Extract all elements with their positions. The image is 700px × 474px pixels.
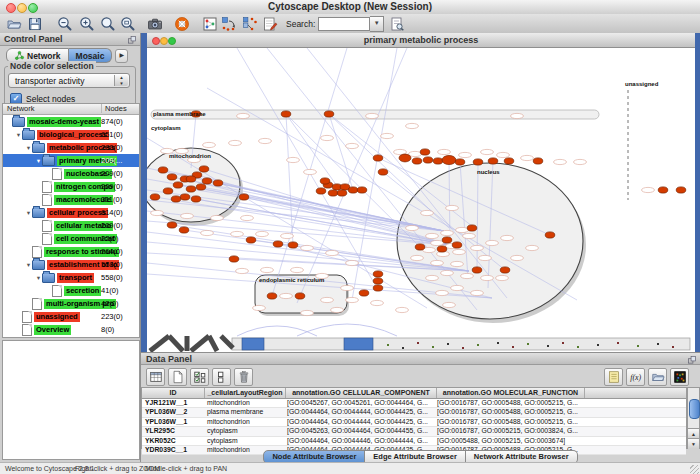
graph-node[interactable] <box>337 190 347 196</box>
graph-node[interactable] <box>423 157 433 163</box>
graph-node[interactable] <box>186 186 196 192</box>
graph-node[interactable] <box>167 222 177 228</box>
tree-row[interactable]: ▼establishment of lo558(0) <box>3 258 139 271</box>
graph-node[interactable] <box>373 278 383 284</box>
graph-node[interactable] <box>229 256 239 262</box>
node-color-dropdown[interactable]: transporter activity ▲▼ <box>8 73 130 88</box>
frame-zoom-icon[interactable] <box>168 37 176 45</box>
graph-node[interactable] <box>373 271 383 277</box>
tree-row[interactable]: cellular metabo209(0) <box>3 219 139 232</box>
unselect-attributes-icon[interactable] <box>212 368 231 386</box>
annotation-icon[interactable] <box>262 16 278 32</box>
graph-node[interactable] <box>202 178 212 184</box>
graph-node[interactable] <box>533 158 543 164</box>
graph-node[interactable] <box>488 158 498 164</box>
table-row[interactable]: YLR295Ccytoplasm[GO:0045263, GO:0044464,… <box>142 427 686 436</box>
search-input[interactable] <box>318 17 370 31</box>
graph-node[interactable] <box>199 166 209 172</box>
tree-row[interactable]: multi-organism pro42(0) <box>3 297 139 310</box>
graph-node[interactable] <box>676 187 686 193</box>
zoom-in-icon[interactable] <box>79 16 95 32</box>
tree-row[interactable]: Overview8(0) <box>3 323 139 336</box>
zoom-out-icon[interactable] <box>57 16 73 32</box>
graph-node[interactable] <box>415 244 425 250</box>
attribute-matrix-icon[interactable] <box>670 368 689 386</box>
scroll-down-icon[interactable]: ▼ <box>688 438 699 449</box>
attribute-function-icon[interactable]: f(x) <box>626 368 645 386</box>
graph-node[interactable] <box>442 237 452 243</box>
graph-node[interactable] <box>658 187 668 193</box>
minimize-window-icon[interactable] <box>17 3 27 13</box>
graph-node[interactable] <box>328 190 338 196</box>
graph-node[interactable] <box>420 149 430 155</box>
overview-icon[interactable] <box>202 16 218 32</box>
graph-node[interactable] <box>504 158 514 164</box>
attribute-notes-icon[interactable] <box>604 368 623 386</box>
graph-node[interactable] <box>359 290 369 296</box>
new-attribute-icon[interactable] <box>168 368 187 386</box>
graph-node[interactable] <box>246 237 256 243</box>
graph-node[interactable] <box>545 232 555 238</box>
graph-node[interactable] <box>196 184 206 190</box>
graph-node[interactable] <box>281 111 291 117</box>
save-icon[interactable] <box>27 16 43 32</box>
graph-node[interactable] <box>373 285 383 291</box>
scrollbar-thumb[interactable] <box>689 399 700 419</box>
network-canvas-svg[interactable]: plasma membranecytoplasmmitochondrionnuc… <box>147 48 695 352</box>
graph-node[interactable] <box>378 169 388 175</box>
graph-node[interactable] <box>437 246 447 252</box>
tree-row[interactable]: unassigned223(0) <box>3 310 139 323</box>
zoom-window-icon[interactable] <box>28 3 38 13</box>
graph-node[interactable] <box>171 196 181 202</box>
zoom-fit-icon[interactable] <box>100 16 116 32</box>
graph-node[interactable] <box>442 155 456 164</box>
open-icon[interactable] <box>6 16 22 32</box>
graph-node[interactable] <box>163 188 173 194</box>
table-row[interactable]: YJR121W__1mitochondrion[GO:0045267, GO:0… <box>142 399 686 408</box>
tree-expand-icon[interactable]: ▼ <box>35 275 42 281</box>
tree-expand-icon[interactable]: ▼ <box>25 210 32 216</box>
help-icon[interactable] <box>174 16 190 32</box>
graph-node[interactable] <box>267 293 277 299</box>
tree-expand-icon[interactable]: ▼ <box>15 132 22 138</box>
graph-node[interactable] <box>320 178 330 184</box>
graph-node[interactable] <box>399 154 411 162</box>
graph-node[interactable] <box>316 188 326 194</box>
graph-node[interactable] <box>324 111 334 117</box>
tree-row[interactable]: nucleobase-209(0) <box>3 167 139 180</box>
graph-node[interactable] <box>150 194 160 200</box>
table-column-header[interactable]: annotation.GO CELLULAR_COMPONENT <box>286 388 437 398</box>
frame-minimize-icon[interactable] <box>160 37 168 45</box>
graph-node[interactable] <box>455 159 465 165</box>
tree-row[interactable]: ▼transport558(0) <box>3 271 139 284</box>
tree-expand-icon[interactable]: ▼ <box>25 262 32 268</box>
graph-node[interactable] <box>295 293 305 299</box>
tree-row[interactable]: response to stimulu264(0) <box>3 245 139 258</box>
tree-row[interactable]: mosaic-demo-yeast874(0) <box>3 115 139 128</box>
table-column-header[interactable]: _cellularLayoutRegion <box>205 388 286 398</box>
tree-row[interactable]: ▼metabolic process280(0) <box>3 141 139 154</box>
float-panel-icon[interactable] <box>127 35 137 45</box>
network-canvas[interactable]: plasma membranecytoplasmmitochondrionnuc… <box>147 48 695 352</box>
layout-2-icon[interactable] <box>242 16 258 32</box>
graph-node[interactable] <box>180 194 190 200</box>
tree-row[interactable]: secretion41(0) <box>3 284 139 297</box>
search-dropdown-icon[interactable]: ▼ <box>370 16 384 32</box>
tree-expand-icon[interactable]: ▼ <box>25 145 32 151</box>
tree-row[interactable]: nitrogen compo209(0) <box>3 180 139 193</box>
table-row[interactable]: YPL036W__1mitochondrion[GO:0044464, GO:0… <box>142 418 686 427</box>
zoom-selected-icon[interactable] <box>120 16 136 32</box>
tree-row[interactable]: cell communicat22(0) <box>3 232 139 245</box>
graph-node[interactable] <box>357 187 367 193</box>
table-scrollbar[interactable]: ▲ ▼ <box>687 387 700 449</box>
close-window-icon[interactable] <box>6 3 16 13</box>
snapshot-icon[interactable] <box>147 16 163 32</box>
tree-row[interactable]: macromolecule311(0) <box>3 193 139 206</box>
tree-row[interactable]: ▼cellular process614(0) <box>3 206 139 219</box>
table-column-header[interactable]: annotation.GO MOLECULAR_FUNCTION <box>437 388 585 398</box>
layout-1-icon[interactable] <box>221 16 237 32</box>
tree-row[interactable]: ▼biological_process651(0) <box>3 128 139 141</box>
graph-node[interactable] <box>273 241 283 247</box>
graph-node[interactable] <box>500 267 510 273</box>
graph-node[interactable] <box>473 159 483 165</box>
